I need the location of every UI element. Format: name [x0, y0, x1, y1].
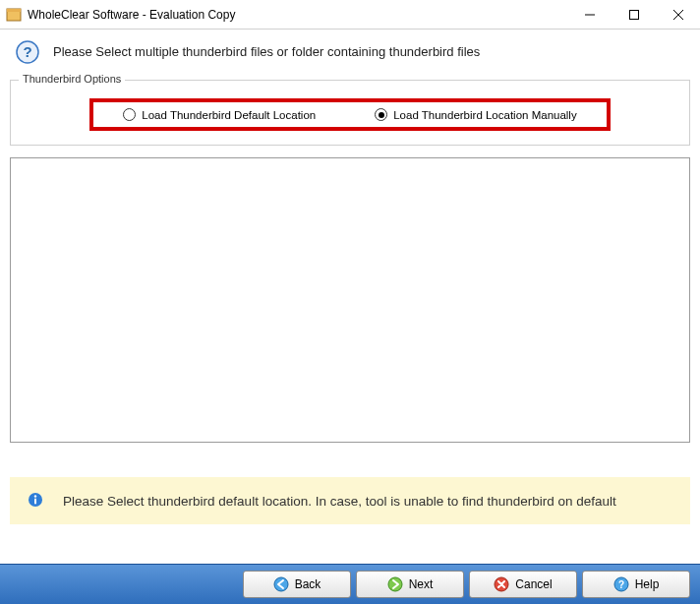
svg-text:?: ? — [23, 43, 31, 60]
button-label: Help — [635, 577, 660, 591]
back-icon — [273, 576, 289, 592]
help-button[interactable]: ? Help — [582, 571, 690, 598]
hint-text: Please Select thunderbird default locati… — [63, 494, 616, 509]
app-icon — [6, 7, 22, 23]
back-button[interactable]: Back — [243, 571, 351, 598]
file-list-panel[interactable] — [10, 157, 690, 443]
maximize-button[interactable] — [612, 0, 656, 29]
svg-rect-1 — [7, 9, 21, 12]
button-label: Cancel — [515, 577, 552, 591]
hint-bar: Please Select thunderbird default locati… — [10, 477, 690, 524]
svg-point-9 — [34, 495, 36, 497]
button-label: Next — [409, 577, 434, 591]
svg-text:?: ? — [618, 579, 624, 590]
cancel-icon — [494, 576, 509, 592]
button-label: Back — [295, 577, 321, 591]
radio-load-default[interactable]: Load Thunderbird Default Location — [123, 108, 316, 121]
instruction-header: ? Please Select multiple thunderbird fil… — [0, 30, 700, 74]
radio-icon-selected — [375, 108, 387, 121]
cancel-button[interactable]: Cancel — [469, 571, 577, 598]
options-legend: Thunderbird Options — [19, 73, 125, 85]
info-icon — [28, 492, 43, 511]
options-row: Load Thunderbird Default Location Load T… — [89, 98, 610, 131]
instruction-text: Please Select multiple thunderbird files… — [53, 44, 480, 59]
thunderbird-options-group: Thunderbird Options Load Thunderbird Def… — [10, 80, 690, 146]
svg-point-11 — [274, 577, 288, 591]
svg-rect-3 — [629, 10, 638, 19]
help-icon: ? — [613, 576, 629, 592]
question-icon: ? — [16, 40, 39, 64]
radio-label: Load Thunderbird Default Location — [142, 109, 316, 121]
next-button[interactable]: Next — [356, 571, 464, 598]
footer-bar: Back Next Cancel ? Help — [0, 564, 700, 604]
radio-load-manual[interactable]: Load Thunderbird Location Manually — [375, 108, 576, 121]
svg-point-12 — [388, 577, 402, 591]
next-icon — [387, 576, 403, 592]
radio-label: Load Thunderbird Location Manually — [393, 109, 576, 121]
radio-icon — [123, 108, 136, 121]
svg-rect-10 — [34, 498, 36, 504]
titlebar: WholeClear Software - Evaluation Copy — [0, 0, 700, 30]
window-title: WholeClear Software - Evaluation Copy — [28, 8, 567, 22]
minimize-button[interactable] — [567, 0, 612, 29]
close-button[interactable] — [656, 0, 700, 29]
